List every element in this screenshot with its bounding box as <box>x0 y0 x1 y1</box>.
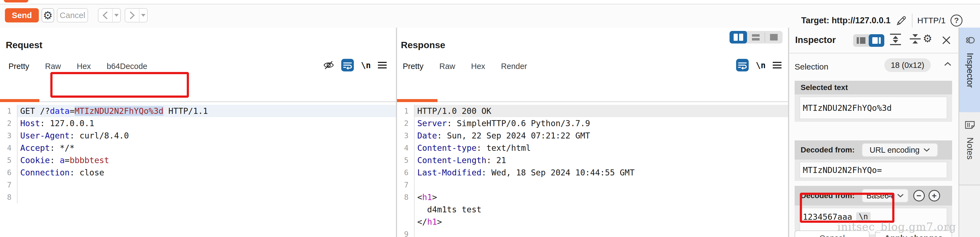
code-line[interactable]: 8 <box>0 191 396 203</box>
active-tab-fragment <box>4 0 29 2</box>
chevron-down-icon <box>897 194 904 198</box>
code-line[interactable]: d4m1ts test <box>397 203 788 216</box>
request-menu-icon[interactable] <box>378 62 387 69</box>
line-number: 7 <box>0 179 11 191</box>
target-url-label: Target: http://127.0.0.1 <box>801 16 891 26</box>
help-icon[interactable]: ? <box>950 14 963 27</box>
dock-left-button[interactable] <box>853 34 869 47</box>
chevron-left-icon <box>99 9 113 22</box>
chevron-up-icon[interactable] <box>944 62 951 67</box>
inspector-title: Inspector <box>795 35 836 45</box>
show-newlines-toggle[interactable]: \n <box>756 61 765 70</box>
remove-decode-step-button[interactable]: − <box>913 190 925 202</box>
line-number: 4 <box>397 142 409 154</box>
line-number: 1 <box>0 105 11 117</box>
code-line[interactable]: 3Date: Sun, 22 Sep 2024 07:21:22 GMT <box>397 130 788 142</box>
tab-pretty[interactable]: Pretty <box>403 62 423 71</box>
tab-raw[interactable]: Raw <box>45 62 61 71</box>
tab-hex[interactable]: Hex <box>77 62 91 71</box>
code-line[interactable]: 1HTTP/1.0 200 OK <box>397 105 788 117</box>
inspector-settings-gear-icon[interactable]: ⚙ <box>923 32 932 45</box>
request-panel: Request Pretty Raw Hex b64Decode \n 1GET… <box>0 28 396 237</box>
request-editor[interactable]: 1GET /?data=MTIzNDU2N2FhYQo%3d HTTP/1.12… <box>0 102 396 237</box>
back-dropdown-arrow[interactable] <box>113 9 120 22</box>
response-menu-icon[interactable] <box>773 62 781 69</box>
code-line[interactable]: 4Content-type: text/html <box>397 142 788 154</box>
dropdown-value: URL encoding <box>870 146 920 155</box>
line-number: 2 <box>397 117 409 130</box>
code-line[interactable]: 7 <box>0 179 396 191</box>
tab-render[interactable]: Render <box>501 62 527 71</box>
tabbar-border <box>0 101 396 102</box>
burp-repeater-window: Send ⚙ Cancel Target: http://127.0.0.1 H… <box>0 0 980 237</box>
watermark: initsec_blog.gm7.org <box>837 221 956 233</box>
back-button[interactable] <box>98 8 121 22</box>
forward-dropdown-arrow[interactable] <box>140 9 147 22</box>
inspector-header: Inspector ⚙ <box>789 28 958 53</box>
line-number: 5 <box>397 154 409 167</box>
code-line[interactable]: 7 <box>397 179 788 191</box>
selected-text-value[interactable]: MTIzNDU2N2FhYQo%3d <box>800 97 947 119</box>
line-number: 8 <box>0 191 11 203</box>
expand-all-icon[interactable] <box>890 34 901 45</box>
layout-single-button[interactable] <box>765 31 783 43</box>
forward-button[interactable] <box>125 8 148 22</box>
code-line[interactable]: 2Server: SimpleHTTP/0.6 Python/3.7.9 <box>397 117 788 130</box>
line-number: 9 <box>397 228 409 237</box>
word-wrap-toggle[interactable] <box>736 59 749 71</box>
response-editor[interactable]: 1HTTP/1.0 200 OK2Server: SimpleHTTP/0.6 … <box>397 102 788 237</box>
line-number: 3 <box>397 130 409 142</box>
collapse-all-icon[interactable] <box>910 34 921 43</box>
line-number <box>397 216 409 228</box>
selected-text-section: Selected text MTIzNDU2N2FhYQo%3d <box>795 81 952 122</box>
selection-label: Selection <box>795 62 828 71</box>
code-line[interactable]: 5Content-Length: 21 <box>397 154 788 167</box>
response-title: Response <box>401 40 445 50</box>
code-line[interactable]: 1GET /?data=MTIzNDU2N2FhYQo%3d HTTP/1.1 <box>0 105 396 117</box>
word-wrap-toggle[interactable] <box>341 59 354 71</box>
layout-columns-button[interactable] <box>730 31 747 43</box>
toolbar-divider <box>912 14 912 27</box>
tab-b64decode[interactable]: b64Decode <box>107 62 147 71</box>
request-title: Request <box>6 40 42 50</box>
code-line[interactable]: 6Connection: close <box>0 167 396 179</box>
inspector-dock-toggle <box>853 34 884 47</box>
code-line[interactable]: </h1> <box>397 216 788 228</box>
sidebar-tab-inspector[interactable]: Inspector <box>959 28 980 112</box>
code-line[interactable]: 5Cookie: a=bbbbtest <box>0 154 396 167</box>
sidebar-tab-label: Inspector <box>965 53 975 88</box>
send-button[interactable]: Send <box>5 8 39 22</box>
annotation-decoded-value <box>800 193 894 223</box>
url-decoded-value[interactable]: MTIzNDU2N2FhYQo= <box>800 162 947 178</box>
code-line[interactable]: 8<h1> <box>397 191 788 203</box>
layout-toggle-group <box>730 31 783 43</box>
annotation-request-param <box>50 72 189 98</box>
line-number: 1 <box>397 105 409 117</box>
hide-eye-icon[interactable] <box>323 60 334 70</box>
code-line[interactable]: 2Host: 127.0.0.1 <box>0 117 396 130</box>
line-number: 3 <box>0 130 11 142</box>
close-icon[interactable] <box>942 35 951 45</box>
line-number: 6 <box>0 167 11 179</box>
code-line[interactable]: 4Accept: */* <box>0 142 396 154</box>
line-number: 4 <box>0 142 11 154</box>
code-line[interactable]: 9 <box>397 228 788 237</box>
tab-pretty[interactable]: Pretty <box>8 62 29 71</box>
code-line[interactable]: 3User-Agent: curl/8.4.0 <box>0 130 396 142</box>
line-number: 2 <box>0 117 11 130</box>
encoding-dropdown[interactable]: URL encoding <box>862 143 938 157</box>
send-settings-button[interactable]: ⚙ <box>41 8 54 22</box>
add-decode-step-button[interactable]: + <box>929 190 940 202</box>
dock-right-button[interactable] <box>869 34 884 47</box>
show-newlines-toggle[interactable]: \n <box>361 61 371 70</box>
document-icon <box>964 120 975 130</box>
tabbar-border <box>397 101 788 102</box>
layout-rows-button[interactable] <box>747 31 765 43</box>
sidebar-tab-notes[interactable]: Notes <box>959 112 980 185</box>
code-line[interactable]: 6Last-Modified: Wed, 18 Sep 2024 10:44:5… <box>397 167 788 179</box>
tab-raw[interactable]: Raw <box>439 62 455 71</box>
cancel-button[interactable]: Cancel <box>57 8 88 22</box>
edit-target-pencil-icon[interactable] <box>896 15 907 26</box>
tab-hex[interactable]: Hex <box>471 62 485 71</box>
http-version-label: HTTP/1 <box>917 16 945 25</box>
